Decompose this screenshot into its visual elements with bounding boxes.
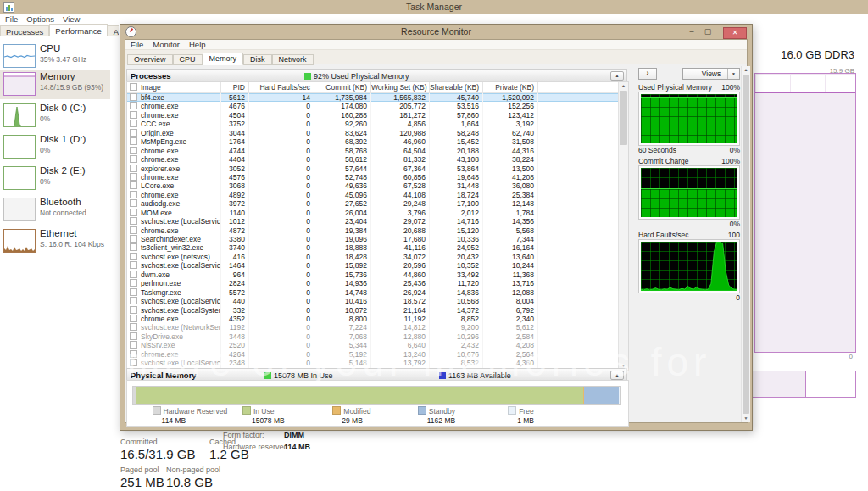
- menu-item-monitor[interactable]: Monitor: [153, 40, 180, 49]
- sidebar-item-memory[interactable]: Memory14.8/15.9 GB (93%): [0, 70, 110, 99]
- row-checkbox[interactable]: [130, 209, 137, 216]
- row-checkbox[interactable]: [130, 235, 137, 243]
- scrollbar-thumb[interactable]: [743, 75, 749, 414]
- process-row-searchindexer-exe[interactable]: SearchIndexer.exe3380019,09617,68010,336…: [127, 235, 619, 243]
- row-checkbox[interactable]: [130, 271, 137, 278]
- sidebar-item-disk-0-c[interactable]: Disk 0 (C:)0%: [0, 102, 110, 131]
- process-row-svchost-exe-localservicenet[interactable]: svchost.exe (LocalServiceNet...1012023,4…: [127, 217, 619, 226]
- row-checkbox[interactable]: [130, 350, 137, 358]
- process-row-ts3client-win32-exe[interactable]: ts3client_win32.exe3740018,88841,11624,9…: [127, 243, 619, 252]
- process-row-msmpeng-exe[interactable]: MsMpEng.exe1764068,39246,96015,45231,508: [127, 137, 619, 146]
- row-checkbox[interactable]: [130, 323, 137, 331]
- process-row-bf4-exe[interactable]: bf4.exe5612141,735,9841,565,83245,7401,5…: [127, 93, 619, 102]
- process-table-header[interactable]: ImagePIDHard Faults/secCommit (KB)Workin…: [127, 82, 628, 93]
- row-checkbox[interactable]: [130, 226, 137, 234]
- tab-memory[interactable]: Memory: [203, 53, 244, 65]
- row-checkbox[interactable]: [130, 129, 137, 137]
- resource-monitor-titlebar[interactable]: Resource Monitor – ▢ ✕: [120, 25, 752, 38]
- minimize-button[interactable]: –: [684, 27, 699, 37]
- process-row-svchost-exe-localsystemnet[interactable]: svchost.exe (LocalSystemNet...332010,072…: [127, 306, 619, 315]
- process-row-chrome-exe[interactable]: chrome.exe435208,80011,1928,8522,340: [127, 315, 619, 323]
- expand-panel-button[interactable]: ›: [638, 68, 657, 80]
- process-table-scrollbar[interactable]: ▲ ▼: [618, 82, 628, 370]
- row-checkbox[interactable]: [130, 147, 137, 154]
- row-checkbox[interactable]: [130, 137, 137, 145]
- sidebar-item-cpu[interactable]: CPU35% 3.47 GHz: [0, 42, 110, 71]
- close-button[interactable]: ✕: [723, 27, 747, 39]
- column-header-image[interactable]: Image: [127, 82, 221, 92]
- row-checkbox[interactable]: [130, 315, 137, 322]
- row-checkbox[interactable]: [130, 243, 137, 251]
- column-header-commit-kb[interactable]: Commit (KB): [314, 82, 371, 92]
- process-row-origin-exe[interactable]: Origin.exe3044083,624120,98858,24862,740: [127, 129, 619, 137]
- row-checkbox[interactable]: [130, 359, 137, 366]
- row-checkbox[interactable]: [130, 111, 137, 119]
- process-row-dwm-exe[interactable]: dwm.exe964015,73644,86033,49211,368: [127, 271, 619, 279]
- menu-item-file[interactable]: File: [131, 40, 143, 49]
- column-header-shareable-kb[interactable]: Shareable (KB): [430, 82, 483, 92]
- scrollbar-thumb[interactable]: [620, 91, 627, 145]
- process-row-explorer-exe[interactable]: explorer.exe3052057,64467,36453,86413,50…: [127, 165, 619, 173]
- row-checkbox[interactable]: [130, 332, 137, 340]
- tab-performance[interactable]: Performance: [49, 24, 107, 36]
- process-row-audiodg-exe[interactable]: audiodg.exe3972027,65229,24817,10012,148: [127, 199, 619, 208]
- process-row-skydrive-exe[interactable]: SkyDrive.exe344807,06812,88010,2962,584: [127, 332, 619, 341]
- select-all-checkbox[interactable]: [130, 83, 137, 91]
- process-row-chrome-exe[interactable]: chrome.exe4576052,74860,85619,64841,208: [127, 173, 619, 181]
- sidebar-item-disk-2-e[interactable]: Disk 2 (E:)0%: [0, 165, 110, 193]
- column-header-hard-faults-sec[interactable]: Hard Faults/sec: [249, 82, 314, 92]
- process-row-chrome-exe[interactable]: chrome.exe45040160,288181,27257,860123,4…: [127, 111, 619, 120]
- process-row-lcore-exe[interactable]: LCore.exe3068049,63667,52831,44836,080: [127, 181, 619, 190]
- process-row-chrome-exe[interactable]: chrome.exe4872019,38420,68815,1205,568: [127, 226, 619, 235]
- row-checkbox[interactable]: [130, 191, 137, 198]
- tab-processes[interactable]: Processes: [0, 25, 49, 36]
- row-checkbox[interactable]: [130, 217, 137, 225]
- process-row-chrome-exe[interactable]: chrome.exe4892045,09644,10818,72425,384: [127, 191, 619, 199]
- sidebar-item-ethernet[interactable]: EthernetS: 16.0 R: 104 Kbps: [0, 227, 110, 256]
- process-row-svchost-exe-localservice[interactable]: svchost.exe (LocalService)440010,41618,5…: [127, 297, 619, 305]
- views-dropdown[interactable]: Views ▼: [682, 68, 740, 80]
- process-row-svchost-exe-localservicepee[interactable]: svchost.exe (LocalServicePee...234805,14…: [127, 359, 619, 367]
- column-header-private-kb[interactable]: Private (KB): [483, 82, 538, 92]
- scroll-up-icon[interactable]: ▲: [619, 82, 628, 90]
- process-row-chrome-exe[interactable]: chrome.exe46760174,080205,77253,516152,2…: [127, 102, 619, 110]
- window-scrollbar[interactable]: ▲ ▼: [741, 66, 750, 422]
- task-manager-titlebar[interactable]: Task Manager: [0, 0, 868, 14]
- maximize-button[interactable]: ▢: [700, 27, 715, 37]
- row-checkbox[interactable]: [130, 279, 137, 287]
- process-row-chrome-exe[interactable]: chrome.exe4744058,76864,50420,18844,316: [127, 147, 619, 155]
- row-checkbox[interactable]: [130, 288, 137, 296]
- row-checkbox[interactable]: [130, 306, 137, 314]
- row-checkbox[interactable]: [130, 199, 137, 207]
- row-checkbox[interactable]: [130, 93, 137, 101]
- collapse-physical-memory-button[interactable]: ▲: [610, 371, 624, 380]
- sidebar-item-disk-1-d[interactable]: Disk 1 (D:)0%: [0, 133, 110, 162]
- process-row-svchost-exe-netsvcs[interactable]: svchost.exe (netsvcs)416018,42834,07220,…: [127, 253, 619, 261]
- tab-app-history[interactable]: App history: [108, 25, 119, 36]
- scroll-up-icon[interactable]: ▲: [742, 66, 750, 74]
- sidebar-item-bluetooth[interactable]: BluetoothNot connected: [0, 196, 110, 225]
- row-checkbox[interactable]: [130, 297, 137, 304]
- column-header-working-set-kb[interactable]: Working Set (KB): [371, 82, 430, 92]
- row-checkbox[interactable]: [130, 261, 137, 269]
- process-row-taskmgr-exe[interactable]: Taskmgr.exe5572014,74826,92414,83612,088: [127, 288, 619, 297]
- row-checkbox[interactable]: [130, 165, 137, 172]
- row-checkbox[interactable]: [130, 102, 137, 109]
- process-row-mom-exe[interactable]: MOM.exe1140026,0043,7962,0121,784: [127, 209, 619, 217]
- row-checkbox[interactable]: [130, 173, 137, 181]
- process-row-svchost-exe-localserviceno[interactable]: svchost.exe (LocalServiceNo...1464015,89…: [127, 261, 619, 270]
- menu-item-help[interactable]: Help: [189, 40, 206, 49]
- column-header-pid[interactable]: PID: [221, 82, 249, 92]
- process-row-nissrv-exe[interactable]: NisSrv.exe252005,3446,6402,4324,208: [127, 341, 619, 349]
- scroll-down-icon[interactable]: ▼: [742, 415, 750, 422]
- process-row-ccc-exe[interactable]: CCC.exe3752092,2604,8561,6643,192: [127, 120, 619, 128]
- collapse-processes-button[interactable]: ▲: [610, 71, 624, 81]
- row-checkbox[interactable]: [130, 120, 137, 127]
- process-row-chrome-exe[interactable]: chrome.exe4404058,61281,33243,10838,224: [127, 155, 619, 164]
- row-checkbox[interactable]: [130, 253, 137, 260]
- process-row-perfmon-exe[interactable]: perfmon.exe2824014,93625,43611,72013,716: [127, 279, 619, 287]
- row-checkbox[interactable]: [130, 341, 137, 349]
- process-row-chrome-exe[interactable]: chrome.exe426405,19213,24010,6762,564: [127, 350, 619, 359]
- row-checkbox[interactable]: [130, 181, 137, 189]
- row-checkbox[interactable]: [130, 155, 137, 163]
